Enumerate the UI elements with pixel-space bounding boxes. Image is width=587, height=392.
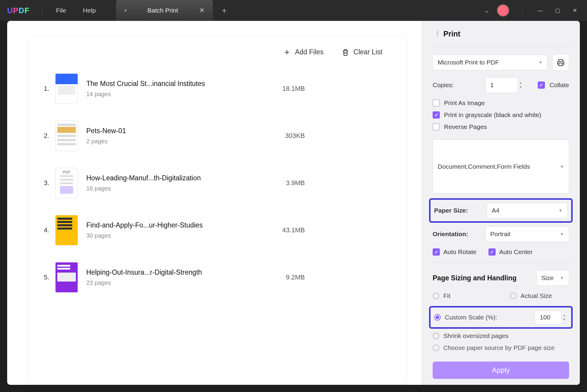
file-size: 43.1MB [282, 226, 394, 234]
window-close-icon[interactable]: ✕ [570, 5, 580, 16]
file-panel: Add Files Clear List 1.The Most Crucial … [7, 21, 422, 385]
copies-input[interactable]: 1 [485, 77, 518, 93]
paper-source-radio[interactable] [433, 345, 439, 351]
printer-properties-button[interactable] [552, 54, 569, 71]
file-card: Add Files Clear List 1.The Most Crucial … [28, 36, 407, 385]
paper-size-label: Paper Size: [434, 207, 482, 214]
auto-rotate-label: Auto Rotate [443, 248, 477, 256]
custom-scale-radio[interactable] [434, 314, 441, 321]
copies-spinner[interactable]: ▲▼ [517, 81, 524, 89]
tab-batch-print[interactable]: ▾ Batch Print ✕ [116, 0, 213, 21]
copies-label: Copies: [433, 82, 454, 89]
file-size: 9.2MB [286, 273, 394, 281]
file-pages: 16 pages [86, 185, 201, 192]
chevron-down-icon: ▼ [558, 208, 563, 213]
auto-rotate-checkbox[interactable] [433, 248, 440, 256]
window-minimize-icon[interactable]: — [535, 5, 545, 16]
size-mode-value: Size [541, 274, 554, 282]
printer-value: Microsoft Print to PDF [438, 59, 499, 66]
titlebar: UPDF File Help ▾ Batch Print ✕ ＋ ⌄ — ▢ ✕ [0, 0, 587, 21]
menu-file[interactable]: File [48, 7, 75, 14]
tab-menu-icon[interactable]: ▾ [125, 8, 127, 13]
chevron-down-icon: ▼ [560, 232, 564, 236]
add-files-label: Add Files [295, 48, 324, 56]
app-logo: UPDF [7, 6, 30, 15]
auto-center-checkbox[interactable] [488, 248, 496, 256]
reverse-pages-label: Reverse Pages [444, 123, 487, 130]
paper-size-highlight: Paper Size: A4 ▼ [429, 198, 573, 223]
chevron-down-icon: ▼ [538, 60, 543, 65]
content-value: Document,Comment,Form Fields [438, 163, 530, 170]
custom-scale-input[interactable]: 100 [535, 310, 562, 324]
file-size: 303KB [285, 132, 394, 140]
print-as-image-label: Print As Image [444, 99, 485, 107]
plus-icon [283, 48, 291, 56]
custom-scale-spinner[interactable]: ▲▼ [561, 313, 568, 322]
fit-radio[interactable] [433, 293, 439, 299]
file-index: 5. [40, 273, 55, 281]
size-mode-select[interactable]: Size ▼ [536, 270, 569, 286]
file-row[interactable]: 3.PDFHow-Leading-Manuf...th-Digitalizati… [40, 159, 394, 207]
auto-center-label: Auto Center [499, 248, 533, 256]
new-tab-button[interactable]: ＋ [220, 5, 228, 16]
shrink-radio[interactable] [433, 333, 439, 339]
apply-button[interactable]: Apply [433, 362, 569, 379]
file-toolbar: Add Files Clear List [40, 42, 394, 65]
file-pages: 23 pages [86, 279, 202, 286]
clear-list-label: Clear List [354, 48, 382, 56]
sizing-section-title: Page Sizing and Handling [433, 274, 517, 282]
actual-size-radio[interactable] [510, 293, 517, 299]
back-icon[interactable]: 〈 [433, 29, 439, 38]
trash-icon [342, 48, 349, 56]
collate-label: Collate [550, 82, 569, 89]
file-index: 3. [40, 179, 55, 187]
window-menu-icon[interactable]: ⌄ [484, 7, 489, 14]
file-pages: 30 pages [86, 232, 203, 239]
file-title: Find-and-Apply-Fo...ur-Higher-Studies [86, 221, 203, 229]
clear-list-button[interactable]: Clear List [342, 48, 382, 56]
separator [522, 6, 523, 15]
file-index: 4. [40, 226, 55, 234]
file-row[interactable]: 5.Helping-Out-Insura...r-Digital-Strengt… [40, 254, 394, 301]
file-row[interactable]: 4.Find-and-Apply-Fo...ur-Higher-Studies3… [40, 207, 394, 254]
file-title: Helping-Out-Insura...r-Digital-Strength [86, 268, 202, 276]
file-row[interactable]: 1.The Most Crucial St...inancial Institu… [40, 65, 394, 112]
file-size: 18.1MB [282, 85, 394, 93]
file-title: The Most Crucial St...inancial Institute… [86, 80, 205, 88]
grayscale-checkbox[interactable] [433, 111, 440, 119]
orientation-value: Portrait [490, 230, 511, 238]
add-files-button[interactable]: Add Files [283, 48, 324, 56]
chevron-down-icon: ▼ [560, 164, 564, 169]
tab-label: Batch Print [147, 7, 178, 14]
chevron-down-icon: ▼ [560, 276, 564, 280]
custom-scale-label: Custom Scale (%): [445, 314, 497, 321]
paper-source-label: Choose paper source by PDF page size [443, 344, 554, 351]
divider [431, 262, 570, 262]
file-index: 2. [40, 132, 55, 140]
printer-icon [557, 59, 565, 66]
print-as-image-checkbox[interactable] [433, 99, 440, 107]
fit-label: Fit [443, 292, 450, 299]
print-panel: 〈 Print Microsoft Print to PDF ▼ Copies:… [422, 21, 580, 385]
menu-help[interactable]: Help [75, 7, 104, 14]
reverse-pages-checkbox[interactable] [433, 123, 440, 130]
file-pages: 2 pages [86, 138, 126, 145]
file-title: How-Leading-Manuf...th-Digitalization [86, 174, 201, 182]
content-select[interactable]: Document,Comment,Form Fields ▼ [433, 139, 569, 193]
orientation-label: Orientation: [433, 230, 480, 238]
actual-size-label: Actual Size [521, 292, 552, 299]
tab-close-icon[interactable]: ✕ [199, 7, 205, 14]
user-avatar[interactable] [497, 4, 510, 17]
paper-size-select[interactable]: A4 ▼ [487, 203, 568, 218]
window-maximize-icon[interactable]: ▢ [552, 5, 563, 16]
orientation-select[interactable]: Portrait ▼ [485, 226, 569, 242]
custom-scale-highlight: Custom Scale (%): 100 ▲▼ [429, 306, 573, 329]
separator [42, 6, 42, 15]
grayscale-label: Print in grayscale (black and white) [444, 111, 541, 119]
panel-title: Print [443, 30, 460, 38]
collate-checkbox[interactable] [538, 82, 545, 89]
printer-select[interactable]: Microsoft Print to PDF ▼ [433, 55, 548, 70]
file-size: 3.9MB [286, 179, 394, 187]
workspace: Add Files Clear List 1.The Most Crucial … [7, 21, 580, 385]
file-row[interactable]: 2.Pets-New-012 pages303KB [40, 112, 394, 159]
